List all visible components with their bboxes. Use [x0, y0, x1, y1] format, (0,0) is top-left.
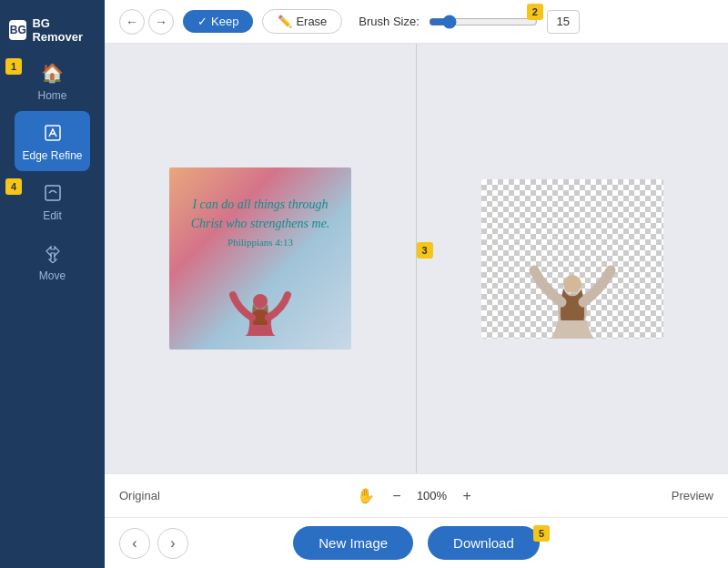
redo-button[interactable]: →: [148, 9, 174, 35]
sidebar-item-move[interactable]: Move: [0, 231, 105, 291]
app-title: BG Remover: [32, 16, 96, 44]
original-image: I can do all things throughChrist who st…: [169, 167, 351, 350]
download-button[interactable]: Download: [428, 526, 540, 560]
svg-rect-1: [46, 186, 60, 200]
sidebar-edit-label: Edit: [43, 209, 62, 222]
canvas-area: I can do all things throughChrist who st…: [105, 44, 728, 473]
bottom-bar: Original ✋ − 100% + Preview: [105, 473, 728, 517]
pan-tool-button[interactable]: ✋: [355, 485, 377, 507]
svg-point-5: [563, 275, 581, 293]
zoom-in-button[interactable]: +: [456, 485, 478, 507]
undo-button[interactable]: ←: [119, 9, 145, 35]
badge-1: 1: [5, 58, 22, 75]
logo-icon: BG: [9, 20, 26, 40]
keep-button[interactable]: ✓ Keep: [183, 10, 253, 33]
preview-label: Preview: [672, 489, 713, 502]
keep-label: Keep: [211, 15, 238, 28]
footer-actions: ‹ › New Image Download 5: [105, 517, 728, 568]
scripture-text: I can do all things throughChrist who st…: [178, 195, 342, 233]
brush-size-value: 15: [547, 10, 580, 34]
erase-button[interactable]: ✏️ Erase: [262, 9, 342, 34]
erase-icon: ✏️: [278, 15, 292, 28]
sidebar-item-edge-refine[interactable]: Edge Refine: [15, 111, 90, 171]
next-button[interactable]: ›: [157, 528, 188, 559]
move-icon: [40, 240, 66, 266]
person-silhouette-original: [219, 245, 301, 336]
bottom-bar-inner: Original ✋ − 100% + Preview: [119, 489, 713, 502]
edge-refine-icon: [40, 120, 66, 146]
toolbar: ← → ✓ Keep ✏️ Erase Brush Size: 2 15: [105, 0, 728, 44]
new-image-button[interactable]: New Image: [293, 526, 413, 560]
sidebar-move-label: Move: [39, 269, 66, 282]
original-label: Original: [119, 489, 160, 502]
main-content: ← → ✓ Keep ✏️ Erase Brush Size: 2 15 I c…: [105, 0, 728, 568]
prev-button[interactable]: ‹: [119, 528, 150, 559]
zoom-out-button[interactable]: −: [386, 485, 408, 507]
badge-2: 2: [527, 4, 543, 20]
badge-3: 3: [417, 242, 433, 259]
person-silhouette-preview: [518, 193, 627, 339]
svg-point-3: [253, 294, 268, 309]
badge-5: 5: [533, 525, 550, 542]
canvas-original: I can do all things throughChrist who st…: [105, 44, 417, 473]
zoom-value: 100%: [417, 489, 447, 502]
sidebar: BG BG Remover 1 🏠 Home Edge Refine 4: [0, 0, 105, 568]
sidebar-edge-refine-label: Edge Refine: [22, 149, 82, 162]
sidebar-home-label: Home: [37, 89, 66, 102]
brush-size-label: Brush Size:: [359, 15, 419, 28]
canvas-preview: [417, 44, 728, 473]
badge-4: 4: [5, 178, 22, 195]
home-icon: 🏠: [40, 60, 66, 86]
erase-label: Erase: [296, 15, 327, 28]
keep-checkmark-icon: ✓: [197, 15, 207, 28]
nav-buttons: ← →: [119, 9, 174, 35]
brush-size-slider[interactable]: [429, 15, 538, 29]
edit-icon: [40, 180, 66, 206]
app-logo: BG BG Remover: [0, 9, 105, 51]
original-image-text: I can do all things throughChrist who st…: [178, 195, 342, 248]
preview-image: [481, 179, 663, 339]
